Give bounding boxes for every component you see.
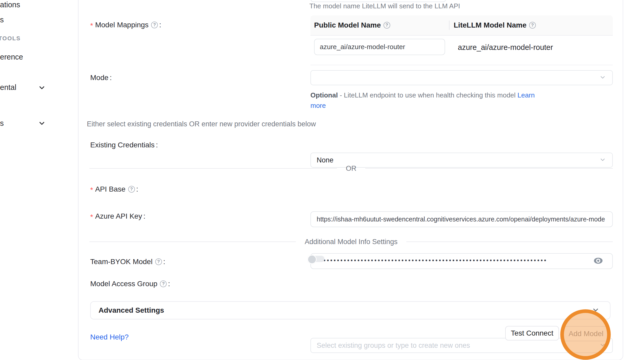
required-asterisk: * <box>90 186 93 194</box>
required-asterisk: * <box>90 22 93 30</box>
help-icon[interactable]: ? <box>529 22 536 29</box>
team-byok-label: Team-BYOK Model ? : <box>90 257 165 266</box>
eye-icon[interactable] <box>594 257 603 265</box>
sidebar-item-reference[interactable]: erence <box>0 53 23 61</box>
public-model-name-input[interactable] <box>314 39 445 55</box>
toggle-knob <box>307 255 317 264</box>
team-byok-toggle[interactable] <box>307 254 326 263</box>
help-icon[interactable]: ? <box>160 280 167 287</box>
chevron-down-icon <box>599 74 606 82</box>
need-help-link[interactable]: Need Help? <box>90 333 129 341</box>
credentials-note: Either select existing credentials OR en… <box>87 120 316 128</box>
sidebar-item-experimental[interactable]: ental <box>0 83 16 92</box>
azure-api-key-input[interactable]: ••••••••••••••••••••••••••••••••••••••••… <box>310 253 613 269</box>
click-annotation-circle <box>560 309 611 360</box>
sidebar-item-settings[interactable]: s <box>0 119 4 128</box>
existing-credentials-label: Existing Credentials : <box>90 140 158 150</box>
api-base-input[interactable]: https://ishaa-mh6uutut-swedencentral.cog… <box>310 211 613 227</box>
sidebar-item[interactable]: s <box>0 16 4 24</box>
truncated-input-above-fold <box>310 0 446 2</box>
table-header-row: Public Model Name ? LiteLLM Model Name ? <box>310 15 613 36</box>
or-divider: OR <box>89 165 613 172</box>
model-name-helper-text: The model name LiteLLM will send to the … <box>309 2 460 10</box>
masked-password-value: ••••••••••••••••••••••••••••••••••••••••… <box>311 257 592 264</box>
model-mappings-table: Public Model Name ? LiteLLM Model Name ?… <box>310 15 613 65</box>
column-header-litellm-model-name: LiteLLM Model Name ? <box>450 21 613 29</box>
help-icon[interactable]: ? <box>151 22 158 28</box>
add-model-page: ations s TOOLS erence ental s The model … <box>0 0 644 360</box>
model-access-group-label: Model Access Group ? : <box>90 279 170 289</box>
sidebar-item-integrations[interactable]: ations <box>0 1 20 9</box>
mode-help-text: Optional - LiteLLM endpoint to use when … <box>310 90 550 111</box>
chevron-down-icon[interactable] <box>38 120 45 127</box>
advanced-settings-panel[interactable]: Advanced Settings <box>90 301 610 319</box>
column-header-public-model-name: Public Model Name ? <box>310 21 450 29</box>
litellm-model-name-value: azure_ai/azure-model-router <box>454 36 553 59</box>
help-icon[interactable]: ? <box>383 22 390 29</box>
table-row: azure_ai/azure-model-router <box>310 36 613 65</box>
help-icon[interactable]: ? <box>128 186 135 193</box>
azure-api-key-label: * Azure API Key : <box>90 212 145 221</box>
mode-select[interactable] <box>310 70 613 85</box>
help-icon[interactable]: ? <box>155 258 162 265</box>
chevron-down-icon <box>599 156 606 164</box>
api-base-label: * API Base ? : <box>90 185 138 194</box>
additional-info-divider: Additional Model Info Settings <box>89 238 613 246</box>
model-mappings-label: * Model Mappings ? : <box>90 20 161 30</box>
column-separator <box>449 21 450 30</box>
mode-label: Mode : <box>90 73 112 82</box>
test-connect-button[interactable]: Test Connect <box>505 326 559 341</box>
chevron-down-icon[interactable] <box>38 84 45 91</box>
sidebar-section-tools: TOOLS <box>0 35 21 42</box>
required-asterisk: * <box>90 213 93 221</box>
